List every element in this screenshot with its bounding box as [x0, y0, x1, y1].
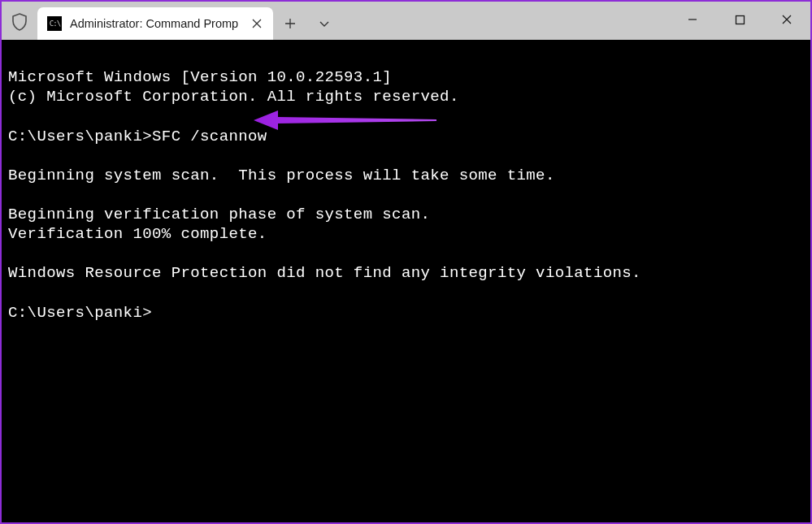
chevron-down-icon	[319, 19, 330, 28]
cmd-icon: C:\	[47, 16, 62, 31]
maximize-icon	[735, 15, 745, 25]
plus-icon	[284, 18, 296, 29]
close-icon	[252, 19, 262, 28]
window-controls	[669, 2, 810, 40]
titlebar-left: C:\ Administrator: Command Promp	[2, 2, 341, 40]
terminal-prompt: C:\Users\panki>	[8, 128, 152, 145]
annotation-arrow-icon	[254, 108, 441, 132]
close-window-button[interactable]	[763, 3, 810, 36]
minimize-icon	[687, 14, 698, 25]
terminal-prompt: C:\Users\panki>	[8, 304, 152, 322]
svg-marker-1	[254, 110, 436, 130]
titlebar: C:\ Administrator: Command Promp	[2, 2, 810, 40]
svg-rect-0	[736, 15, 744, 24]
titlebar-drag-region[interactable]	[341, 2, 669, 40]
terminal-line: Beginning system scan. This process will…	[8, 167, 555, 184]
terminal-command: SFC /scannow	[152, 128, 267, 145]
new-tab-button[interactable]	[273, 8, 307, 39]
terminal-line: Beginning verification phase of system s…	[8, 206, 430, 223]
close-icon	[781, 14, 792, 25]
terminal-line: Microsoft Windows [Version 10.0.22593.1]	[8, 68, 392, 86]
terminal-area[interactable]: Microsoft Windows [Version 10.0.22593.1]…	[2, 40, 810, 522]
terminal-line: Windows Resource Protection did not find…	[8, 264, 641, 282]
active-tab[interactable]: C:\ Administrator: Command Promp	[37, 7, 273, 40]
minimize-button[interactable]	[669, 3, 716, 36]
terminal-line: Verification 100% complete.	[8, 225, 267, 243]
tabbar-actions	[273, 3, 341, 39]
tab-close-button[interactable]	[249, 15, 265, 32]
maximize-button[interactable]	[716, 3, 763, 36]
tab-title: Administrator: Command Promp	[70, 17, 241, 30]
shield-icon	[2, 11, 37, 31]
tab-dropdown-button[interactable]	[307, 8, 341, 39]
terminal-line: (c) Microsoft Corporation. All rights re…	[8, 88, 459, 106]
